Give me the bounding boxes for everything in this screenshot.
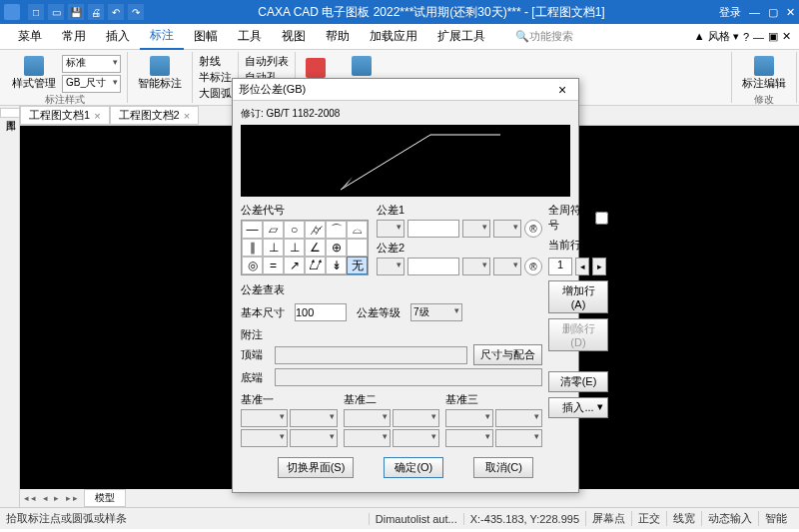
menu-help[interactable]: 帮助 <box>316 24 360 49</box>
sym-surfprof[interactable]: ⌓ <box>347 221 368 239</box>
rib-autolist[interactable]: 自动列表 <box>245 54 289 69</box>
style-label[interactable]: ▲ 风格 ▾ <box>694 29 739 44</box>
qat-print-icon[interactable]: 🖨 <box>88 4 104 20</box>
qat-redo-icon[interactable]: ↷ <box>128 4 144 20</box>
tol1-prefix-combo[interactable] <box>377 220 404 238</box>
doc-tab-2[interactable]: 工程图文档2× <box>110 106 200 125</box>
tol2-prefix-combo[interactable] <box>377 258 404 275</box>
fit-button[interactable]: 尺寸与配合 <box>473 344 542 365</box>
datum2-a-combo[interactable] <box>344 409 391 427</box>
datum1-b-combo[interactable] <box>290 409 337 427</box>
menu-view[interactable]: 视图 <box>272 24 316 49</box>
top-note-input[interactable] <box>275 346 467 364</box>
style-manager-button[interactable]: 样式管理 <box>8 54 60 93</box>
datum3-a-combo[interactable] <box>445 409 492 427</box>
sym-none[interactable]: 无 <box>347 257 368 274</box>
qat-undo-icon[interactable]: ↶ <box>108 4 124 20</box>
help-icon[interactable]: ? <box>743 31 749 43</box>
tol1-mod-combo[interactable] <box>493 220 521 238</box>
ok-button[interactable]: 确定(O) <box>384 457 443 478</box>
sym-arrow[interactable]: ↡ <box>326 257 347 274</box>
sym-round[interactable]: ○ <box>284 221 305 239</box>
sym-cyl[interactable]: ⌭ <box>305 221 326 239</box>
tol1-value-input[interactable] <box>407 220 459 238</box>
dialog-close-icon[interactable]: × <box>552 82 572 98</box>
insert-combo[interactable]: 插入...▾ <box>548 397 608 418</box>
qat-save-icon[interactable]: 💾 <box>68 4 84 20</box>
sym-runout[interactable]: ↗ <box>284 257 305 274</box>
datum1-c-combo[interactable] <box>241 429 288 447</box>
minimize-icon[interactable]: — <box>749 6 760 18</box>
menu-common[interactable]: 常用 <box>52 24 96 49</box>
sym-angularity[interactable]: ∠ <box>305 239 326 257</box>
sym-parallel[interactable]: ∥ <box>242 239 263 257</box>
datum2-d-combo[interactable] <box>393 429 439 447</box>
add-row-button[interactable]: 增加行(A) <box>548 280 608 313</box>
dim-style-combo[interactable]: 标准 <box>62 55 121 73</box>
sym-concentric[interactable]: ◎ <box>242 257 263 274</box>
basic-size-input[interactable] <box>295 303 347 321</box>
win-min-icon[interactable]: — <box>753 31 764 43</box>
sym-perp[interactable]: ⊥ <box>263 239 284 257</box>
menu-ext[interactable]: 扩展工具 <box>427 24 495 49</box>
menu-file[interactable]: 菜单 <box>8 24 52 49</box>
dim-substyle-combo[interactable]: GB_尺寸 <box>62 75 121 93</box>
cancel-button[interactable]: 取消(C) <box>473 457 533 478</box>
row-next-button[interactable]: ▸ <box>592 258 606 275</box>
doc-tab-1[interactable]: 工程图文档1× <box>20 106 110 125</box>
status-dyn[interactable]: 动态输入 <box>701 511 758 526</box>
status-smart[interactable]: 智能 <box>758 511 793 526</box>
sym-straight[interactable]: — <box>242 221 263 239</box>
win-restore-icon[interactable]: ▣ <box>768 30 778 43</box>
menu-addons[interactable]: 加载应用 <box>360 24 427 49</box>
datum2-b-combo[interactable] <box>393 409 439 427</box>
sym-position[interactable]: ⊕ <box>326 239 347 257</box>
menu-annotate[interactable]: 标注 <box>140 23 184 50</box>
rib-half[interactable]: 半标注 <box>199 70 232 85</box>
datum2-c-combo[interactable] <box>344 429 391 447</box>
sym-blank1[interactable] <box>347 239 368 257</box>
maximize-icon[interactable]: ▢ <box>768 6 778 19</box>
qat-open-icon[interactable]: ▭ <box>48 4 64 20</box>
dialog-titlebar[interactable]: 形位公差(GB) × <box>233 79 578 101</box>
close-icon[interactable]: ✕ <box>786 6 795 19</box>
datum3-d-combo[interactable] <box>495 429 542 447</box>
status-ortho[interactable]: 正交 <box>631 511 666 526</box>
status-lw[interactable]: 线宽 <box>666 511 701 526</box>
menu-layout[interactable]: 图幅 <box>184 24 228 49</box>
sym-totrunout[interactable]: ⌰ <box>305 257 326 274</box>
left-tab-1[interactable]: 图库 <box>0 108 20 118</box>
tol2-related-button[interactable]: ® <box>524 258 542 275</box>
menu-tools[interactable]: 工具 <box>228 24 272 49</box>
sym-lineprof[interactable]: ⌒ <box>326 221 347 239</box>
clear-button[interactable]: 清零(E) <box>548 371 608 392</box>
menu-insert[interactable]: 插入 <box>96 24 140 49</box>
function-search[interactable]: 🔍 功能搜索 <box>515 29 694 44</box>
win-close-icon[interactable]: ✕ <box>782 30 791 43</box>
datum3-c-combo[interactable] <box>445 429 492 447</box>
login-button[interactable]: 登录 <box>719 5 741 20</box>
tol2-mat-combo[interactable] <box>462 258 490 275</box>
tab-nav-icons[interactable]: ◂◂ ◂ ▸ ▸▸ <box>24 493 80 503</box>
doc-tab-close-icon[interactable]: × <box>184 110 190 122</box>
tol1-mat-combo[interactable] <box>462 220 490 238</box>
smart-dim-button[interactable]: 智能标注 <box>134 54 186 93</box>
row-prev-button[interactable]: ◂ <box>575 258 589 275</box>
datum3-b-combo[interactable] <box>495 409 542 427</box>
dim-edit-button[interactable]: 标注编辑 <box>738 54 790 93</box>
sym-symmetry[interactable]: = <box>263 257 284 274</box>
tol2-mod-combo[interactable] <box>493 258 521 275</box>
sym-flat[interactable]: ▱ <box>263 221 284 239</box>
switch-button[interactable]: 切换界面(S) <box>278 457 355 478</box>
sym-perp2[interactable]: ⊥ <box>284 239 305 257</box>
tol2-value-input[interactable] <box>407 258 459 275</box>
doc-tab-close-icon[interactable]: × <box>94 110 100 122</box>
qat-new-icon[interactable]: □ <box>28 4 44 20</box>
rib-ray[interactable]: 射线 <box>199 54 232 69</box>
datum1-a-combo[interactable] <box>241 409 288 427</box>
grade-combo[interactable]: 7级 <box>410 303 462 321</box>
model-tab[interactable]: 模型 <box>84 489 126 507</box>
status-screenpt[interactable]: 屏幕点 <box>585 511 631 526</box>
allround-checkbox[interactable] <box>595 212 608 225</box>
bottom-note-input[interactable] <box>275 368 542 386</box>
